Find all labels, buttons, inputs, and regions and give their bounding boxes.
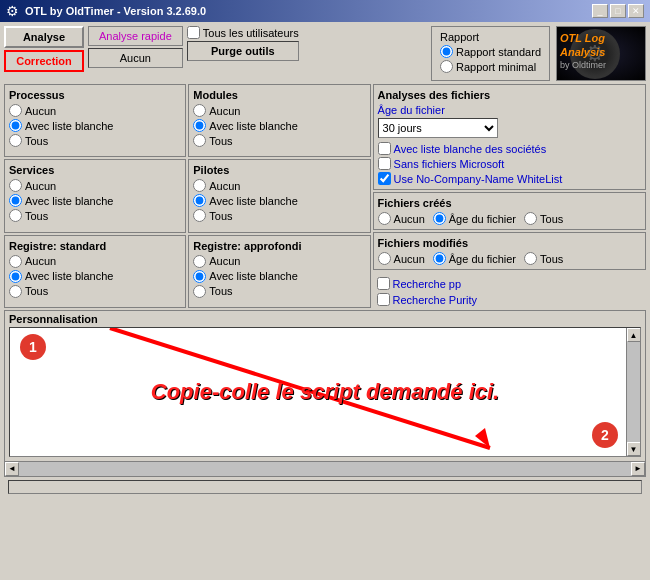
analyse-rapide-button[interactable]: Analyse rapide bbox=[88, 26, 183, 46]
minimize-button[interactable]: _ bbox=[592, 4, 608, 18]
main-content: Analyse Correction Analyse rapide Aucun … bbox=[0, 22, 650, 500]
title-bar-buttons: _ □ ✕ bbox=[592, 4, 644, 18]
modules-radio-group: Aucun Avec liste blanche Tous bbox=[193, 104, 365, 147]
check-nocompany: Use No-Company-Name WhiteList bbox=[378, 172, 641, 185]
recherche-pp-checkbox[interactable] bbox=[377, 277, 390, 290]
analyse-button[interactable]: Analyse bbox=[4, 26, 84, 48]
processus-title: Processus bbox=[9, 89, 181, 101]
status-bar bbox=[4, 476, 646, 496]
fichiers-modifies-box: Fichiers modifiés Aucun Âge du fichier T… bbox=[373, 232, 646, 270]
registre-approfondi-title: Registre: approfondi bbox=[193, 240, 365, 252]
sections-container: Processus Aucun Avec liste blanche Tous … bbox=[4, 84, 646, 308]
check-microsoft-label[interactable]: Sans fichiers Microsoft bbox=[394, 158, 505, 170]
services-radio-group: Aucun Avec liste blanche Tous bbox=[9, 179, 181, 222]
aucun-button[interactable]: Aucun bbox=[88, 48, 183, 68]
rapport-minimal-label: Rapport minimal bbox=[456, 61, 536, 73]
scroll-left-button[interactable]: ◄ bbox=[5, 462, 19, 476]
scroll-up-button[interactable]: ▲ bbox=[627, 328, 641, 342]
fm-aucun[interactable]: Aucun bbox=[378, 252, 425, 265]
services-tous[interactable]: Tous bbox=[9, 209, 181, 222]
fichiers-crees-row: Aucun Âge du fichier Tous bbox=[378, 212, 641, 225]
close-button[interactable]: ✕ bbox=[628, 4, 644, 18]
vertical-scrollbar[interactable]: ▲ ▼ bbox=[626, 328, 640, 456]
recherche-pp-label[interactable]: Recherche pp bbox=[393, 278, 462, 290]
reg-std-liste-blanche[interactable]: Avec liste blanche bbox=[9, 270, 181, 283]
check-nocompany-input[interactable] bbox=[378, 172, 391, 185]
text-area-box[interactable]: 1 2 Copie-colle le script demandé ici. ▲… bbox=[9, 327, 641, 457]
rapport-standard-option[interactable]: Rapport standard bbox=[440, 45, 541, 58]
rapport-minimal-option[interactable]: Rapport minimal bbox=[440, 60, 541, 73]
age-fichier-select[interactable]: 30 jours 60 jours 90 jours bbox=[378, 118, 498, 138]
pilotes-liste-blanche[interactable]: Avec liste blanche bbox=[193, 194, 365, 207]
services-box: Services Aucun Avec liste blanche Tous bbox=[4, 159, 186, 232]
services-aucun[interactable]: Aucun bbox=[9, 179, 181, 192]
processus-tous[interactable]: Tous bbox=[9, 134, 181, 147]
analyses-box: Analyses des fichiers Âge du fichier 30 … bbox=[373, 84, 646, 190]
scroll-track-h[interactable] bbox=[19, 462, 631, 476]
fichiers-crees-title: Fichiers créés bbox=[378, 197, 641, 209]
fm-age[interactable]: Âge du fichier bbox=[433, 252, 516, 265]
services-title: Services bbox=[9, 164, 181, 176]
fc-tous[interactable]: Tous bbox=[524, 212, 563, 225]
check-societes: Avec liste blanche des sociétés bbox=[378, 142, 641, 155]
pilotes-tous[interactable]: Tous bbox=[193, 209, 365, 222]
reg-app-aucun[interactable]: Aucun bbox=[193, 255, 365, 268]
horizontal-scrollbar[interactable]: ◄ ► bbox=[5, 461, 645, 475]
reg-std-aucun[interactable]: Aucun bbox=[9, 255, 181, 268]
registre-standard-radio-group: Aucun Avec liste blanche Tous bbox=[9, 255, 181, 298]
right-column: Analyses des fichiers Âge du fichier 30 … bbox=[373, 84, 646, 308]
pilotes-radio-group: Aucun Avec liste blanche Tous bbox=[193, 179, 365, 222]
top-toolbar: Analyse Correction Analyse rapide Aucun … bbox=[4, 26, 646, 81]
check-microsoft: Sans fichiers Microsoft bbox=[378, 157, 641, 170]
svg-marker-1 bbox=[475, 428, 490, 448]
recherche-pp: Recherche pp bbox=[377, 277, 642, 290]
fm-tous[interactable]: Tous bbox=[524, 252, 563, 265]
check-societes-input[interactable] bbox=[378, 142, 391, 155]
processus-liste-blanche[interactable]: Avec liste blanche bbox=[9, 119, 181, 132]
registre-standard-box: Registre: standard Aucun Avec liste blan… bbox=[4, 235, 186, 308]
processus-aucun[interactable]: Aucun bbox=[9, 104, 181, 117]
scroll-right-button[interactable]: ► bbox=[631, 462, 645, 476]
fichiers-modifies-row: Aucun Âge du fichier Tous bbox=[378, 252, 641, 265]
recherche-purity-label[interactable]: Recherche Purity bbox=[393, 294, 477, 306]
title-bar: ⚙ OTL by OldTimer - Version 3.2.69.0 _ □… bbox=[0, 0, 650, 22]
reg-app-tous[interactable]: Tous bbox=[193, 285, 365, 298]
rapport-standard-radio[interactable] bbox=[440, 45, 453, 58]
logo-line2: by Oldtimer bbox=[560, 60, 645, 70]
fichiers-crees-box: Fichiers créés Aucun Âge du fichier Tous bbox=[373, 192, 646, 230]
logo-line1: OTL Log Analysis bbox=[560, 31, 645, 60]
processus-radio-group: Aucun Avec liste blanche Tous bbox=[9, 104, 181, 147]
modules-title: Modules bbox=[193, 89, 365, 101]
tous-utilisateurs-label: Tous les utilisateurs bbox=[203, 27, 299, 39]
rapport-title: Rapport bbox=[440, 31, 541, 43]
scroll-down-button[interactable]: ▼ bbox=[627, 442, 641, 456]
fichiers-modifies-title: Fichiers modifiés bbox=[378, 237, 641, 249]
pilotes-aucun[interactable]: Aucun bbox=[193, 179, 365, 192]
modules-liste-blanche[interactable]: Avec liste blanche bbox=[193, 119, 365, 132]
rapport-box: Rapport Rapport standard Rapport minimal bbox=[431, 26, 550, 81]
maximize-button[interactable]: □ bbox=[610, 4, 626, 18]
rapport-minimal-radio[interactable] bbox=[440, 60, 453, 73]
check-societes-label[interactable]: Avec liste blanche des sociétés bbox=[394, 143, 547, 155]
reg-std-tous[interactable]: Tous bbox=[9, 285, 181, 298]
fc-aucun[interactable]: Aucun bbox=[378, 212, 425, 225]
scroll-track-v[interactable] bbox=[627, 342, 641, 442]
reg-app-liste-blanche[interactable]: Avec liste blanche bbox=[193, 270, 365, 283]
personnalisation-panel: Personnalisation 1 2 bbox=[4, 310, 646, 476]
tous-utilisateurs-checkbox[interactable] bbox=[187, 26, 200, 39]
badge-1: 1 bbox=[20, 334, 46, 360]
check-nocompany-label[interactable]: Use No-Company-Name WhiteList bbox=[394, 173, 563, 185]
pilotes-box: Pilotes Aucun Avec liste blanche Tous bbox=[188, 159, 370, 232]
purge-button[interactable]: Purge outils bbox=[187, 41, 299, 61]
pilotes-title: Pilotes bbox=[193, 164, 365, 176]
left-buttons: Analyse Correction bbox=[4, 26, 84, 72]
correction-button[interactable]: Correction bbox=[4, 50, 84, 72]
modules-tous[interactable]: Tous bbox=[193, 134, 365, 147]
fc-age[interactable]: Âge du fichier bbox=[433, 212, 516, 225]
modules-aucun[interactable]: Aucun bbox=[193, 104, 365, 117]
recherche-purity-checkbox[interactable] bbox=[377, 293, 390, 306]
check-microsoft-input[interactable] bbox=[378, 157, 391, 170]
rapport-standard-label: Rapport standard bbox=[456, 46, 541, 58]
services-liste-blanche[interactable]: Avec liste blanche bbox=[9, 194, 181, 207]
status-field bbox=[8, 480, 642, 494]
